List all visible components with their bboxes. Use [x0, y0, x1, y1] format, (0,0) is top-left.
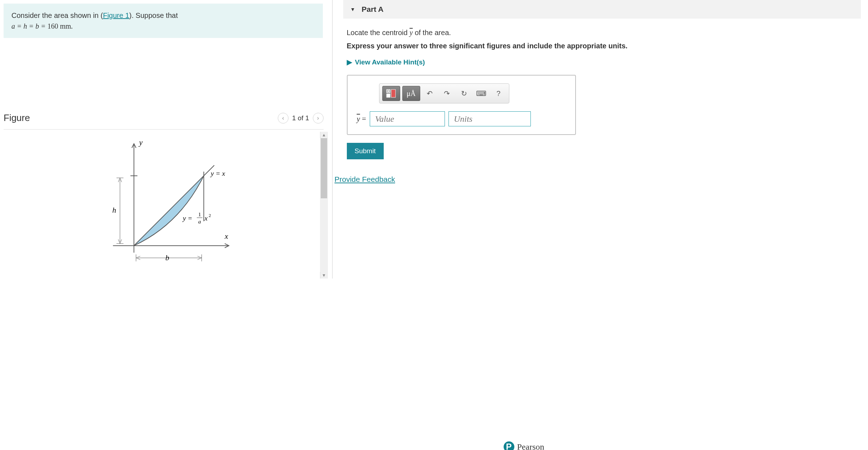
reset-button[interactable]: ↻ [457, 86, 472, 101]
scroll-up-icon[interactable]: ▲ [322, 132, 326, 138]
hints-label: View Available Hint(s) [355, 58, 425, 66]
scroll-down-icon[interactable]: ▼ [322, 272, 326, 279]
problem-prompt: Consider the area shown in (Figure 1). S… [4, 4, 323, 38]
help-icon: ? [496, 89, 500, 98]
templates-icon [386, 89, 397, 98]
figure-counter: 1 of 1 [292, 114, 309, 122]
help-button[interactable]: ? [491, 86, 506, 101]
svg-text:y =: y = [182, 214, 193, 222]
value-input[interactable] [370, 111, 445, 126]
h-label: h [112, 206, 116, 214]
keyboard-button[interactable]: ⌨ [474, 86, 489, 101]
keyboard-icon: ⌨ [476, 89, 486, 98]
figure-next-button[interactable]: › [313, 113, 324, 124]
curve-1-label: y = x [210, 170, 226, 177]
b-label: b [165, 253, 169, 262]
submit-button[interactable]: Submit [347, 143, 384, 159]
provide-feedback-link[interactable]: Provide Feedback [335, 175, 395, 184]
reset-icon: ↻ [461, 89, 467, 98]
figure-scrollbar[interactable]: ▲ ▼ [320, 132, 328, 279]
scroll-thumb[interactable] [321, 138, 327, 198]
units-input[interactable] [448, 111, 531, 126]
redo-icon: ↷ [444, 89, 450, 98]
answer-variable: y = [357, 115, 366, 124]
figure-diagram: y x [4, 132, 320, 279]
templates-button[interactable] [382, 86, 400, 101]
curve-2-label: y = 1 a x 2 [182, 211, 211, 224]
prompt-equation: a = h = b = 160 mm. [11, 22, 73, 30]
undo-button[interactable]: ↶ [422, 86, 437, 101]
instruction-sigfigs: Express your answer to three significant… [347, 42, 858, 50]
symbols-button[interactable]: μÅ [402, 86, 420, 101]
instruction-locate: Locate the centroid y of the area. [347, 29, 451, 37]
svg-text:x: x [204, 214, 208, 222]
redo-button[interactable]: ↷ [440, 86, 455, 101]
prompt-text-1: Consider the area shown in ( [11, 11, 103, 19]
figure-pager: ‹ 1 of 1 › [278, 113, 324, 124]
svg-rect-20 [387, 94, 390, 97]
svg-rect-19 [391, 89, 396, 97]
figure-prev-button[interactable]: ‹ [278, 113, 288, 124]
svg-line-2 [134, 165, 214, 246]
undo-icon: ↶ [427, 89, 433, 98]
figure-title: Figure [4, 112, 30, 124]
svg-text:a: a [198, 218, 201, 224]
svg-text:1: 1 [198, 211, 201, 217]
x-axis-label: x [224, 232, 228, 241]
hints-caret-icon: ▶ [347, 58, 352, 66]
y-axis-label: y [139, 138, 143, 147]
svg-text:2: 2 [209, 213, 211, 218]
collapse-caret-icon: ▼ [350, 6, 355, 12]
part-a-header[interactable]: ▼ Part A [343, 0, 861, 19]
answer-box: μÅ ↶ ↷ ↻ ⌨ ? y = [347, 75, 576, 135]
part-label: Part A [362, 5, 383, 14]
prompt-text-2: ). Suppose that [129, 11, 178, 19]
figure-link[interactable]: Figure 1 [103, 11, 129, 19]
equation-toolbar: μÅ ↶ ↷ ↻ ⌨ ? [379, 83, 509, 103]
view-hints-toggle[interactable]: ▶ View Available Hint(s) [347, 58, 858, 66]
